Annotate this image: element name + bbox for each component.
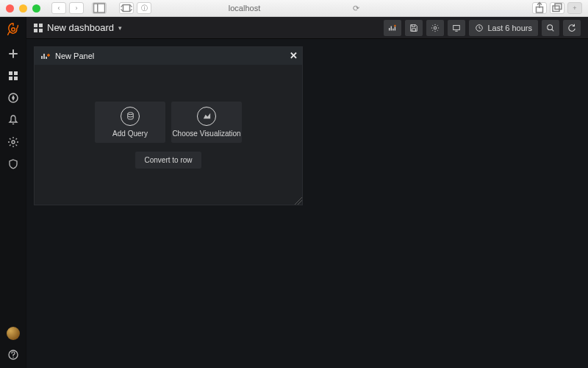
svg-point-14 bbox=[548, 24, 553, 29]
add-query-label: Add Query bbox=[112, 130, 148, 138]
help-icon[interactable] bbox=[7, 349, 19, 361]
url-text: localhost bbox=[229, 4, 260, 13]
close-icon[interactable]: ✕ bbox=[290, 50, 298, 61]
refresh-button[interactable] bbox=[563, 20, 581, 36]
nav-buttons: ‹ › bbox=[51, 2, 84, 14]
chevron-down-icon: ▾ bbox=[118, 24, 122, 32]
choose-visualization-button[interactable]: Choose Visualization bbox=[171, 102, 242, 143]
svg-rect-2 bbox=[123, 5, 130, 12]
time-range-picker[interactable]: Last 6 hours bbox=[469, 20, 538, 36]
window-controls bbox=[6, 4, 40, 13]
shield-icon[interactable] bbox=[7, 158, 19, 170]
svg-point-10 bbox=[12, 357, 13, 358]
add-icon[interactable] bbox=[7, 48, 19, 60]
panel-body: Add Query Choose Visualization Convert t… bbox=[35, 65, 302, 205]
dashboard-content: New Panel ✕ Add Query bbox=[26, 39, 588, 213]
grafana-logo-icon[interactable] bbox=[5, 21, 21, 38]
panel-header[interactable]: New Panel ✕ bbox=[35, 47, 302, 65]
alerting-icon[interactable] bbox=[7, 114, 19, 126]
svg-rect-0 bbox=[94, 4, 105, 13]
new-tab-button[interactable]: + bbox=[567, 2, 582, 14]
database-icon bbox=[121, 107, 140, 126]
convert-to-row-button[interactable]: Convert to row bbox=[135, 152, 201, 169]
url-bar[interactable]: localhost ⟳ bbox=[229, 4, 359, 13]
add-query-button[interactable]: Add Query bbox=[95, 102, 165, 143]
new-panel: New Panel ✕ Add Query bbox=[34, 46, 303, 205]
tabs-button[interactable] bbox=[550, 2, 564, 14]
share-button[interactable] bbox=[532, 2, 547, 14]
dashboard-title: New dashboard bbox=[47, 22, 114, 33]
back-button[interactable]: ‹ bbox=[51, 2, 66, 14]
close-window-button[interactable] bbox=[6, 4, 14, 13]
panel-add-icon bbox=[40, 52, 51, 60]
dashboard-settings-button[interactable] bbox=[426, 20, 444, 36]
explore-icon[interactable] bbox=[7, 92, 19, 104]
panel-title: New Panel bbox=[55, 52, 94, 60]
dashboards-icon[interactable] bbox=[7, 70, 19, 82]
svg-point-11 bbox=[434, 26, 437, 29]
svg-point-8 bbox=[12, 141, 15, 144]
main-area: New dashboard ▾ Last 6 hours bbox=[26, 17, 588, 368]
chart-icon bbox=[197, 107, 216, 126]
minimize-window-button[interactable] bbox=[19, 4, 27, 13]
clock-icon bbox=[475, 24, 484, 32]
convert-label: Convert to row bbox=[144, 156, 192, 164]
maximize-window-button[interactable] bbox=[32, 4, 40, 13]
settings-icon[interactable] bbox=[7, 136, 19, 148]
site-info-button[interactable]: ⓘ bbox=[137, 2, 151, 14]
reader-button[interactable] bbox=[119, 2, 134, 14]
sidebar bbox=[0, 17, 26, 368]
add-panel-button[interactable] bbox=[384, 20, 401, 36]
sidebar-toggle-button[interactable] bbox=[92, 2, 107, 14]
time-range-label: Last 6 hours bbox=[487, 24, 532, 32]
grafana-app: New dashboard ▾ Last 6 hours bbox=[0, 17, 588, 368]
zoom-out-button[interactable] bbox=[542, 20, 559, 36]
reload-icon[interactable]: ⟳ bbox=[353, 4, 359, 13]
choose-viz-label: Choose Visualization bbox=[172, 130, 240, 138]
user-avatar[interactable] bbox=[7, 327, 20, 340]
dashboard-title-dropdown[interactable]: New dashboard ▾ bbox=[34, 22, 122, 33]
resize-handle[interactable] bbox=[295, 197, 302, 205]
browser-chrome: ‹ › ⓘ localhost ⟳ + bbox=[0, 0, 588, 17]
svg-point-6 bbox=[11, 28, 15, 32]
save-button[interactable] bbox=[405, 20, 423, 36]
cycle-view-button[interactable] bbox=[448, 20, 465, 36]
svg-point-15 bbox=[127, 113, 132, 115]
dashboard-icon bbox=[34, 24, 43, 32]
svg-rect-12 bbox=[453, 25, 460, 29]
topbar: New dashboard ▾ Last 6 hours bbox=[26, 17, 588, 39]
forward-button[interactable]: › bbox=[69, 2, 84, 14]
